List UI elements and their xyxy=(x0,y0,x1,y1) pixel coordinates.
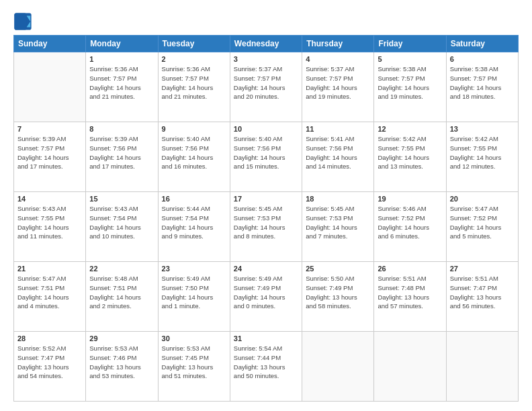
day-header-thursday: Thursday xyxy=(302,36,374,52)
calendar-week-4: 21Sunrise: 5:47 AMSunset: 7:51 PMDayligh… xyxy=(14,262,519,332)
day-info: Sunrise: 5:45 AMSunset: 7:53 PMDaylight:… xyxy=(306,204,370,241)
day-info: Sunrise: 5:44 AMSunset: 7:54 PMDaylight:… xyxy=(162,204,226,241)
day-info: Sunrise: 5:38 AMSunset: 7:57 PMDaylight:… xyxy=(450,64,515,101)
day-number: 17 xyxy=(234,195,298,203)
page: SundayMondayTuesdayWednesdayThursdayFrid… xyxy=(0,0,532,411)
day-info: Sunrise: 5:47 AMSunset: 7:52 PMDaylight:… xyxy=(450,204,515,241)
day-header-saturday: Saturday xyxy=(446,36,518,52)
day-number: 6 xyxy=(450,55,515,63)
day-info: Sunrise: 5:48 AMSunset: 7:51 PMDaylight:… xyxy=(89,274,154,311)
calendar-cell: 10Sunrise: 5:40 AMSunset: 7:56 PMDayligh… xyxy=(230,122,302,192)
day-number: 11 xyxy=(306,125,370,133)
calendar-cell: 1Sunrise: 5:36 AMSunset: 7:57 PMDaylight… xyxy=(86,52,158,122)
calendar-cell xyxy=(14,52,86,122)
day-info: Sunrise: 5:49 AMSunset: 7:49 PMDaylight:… xyxy=(234,274,298,311)
calendar-cell: 16Sunrise: 5:44 AMSunset: 7:54 PMDayligh… xyxy=(158,192,230,262)
day-number: 21 xyxy=(17,265,82,273)
calendar-cell: 5Sunrise: 5:38 AMSunset: 7:57 PMDaylight… xyxy=(374,52,446,122)
day-info: Sunrise: 5:54 AMSunset: 7:44 PMDaylight:… xyxy=(234,344,298,381)
day-info: Sunrise: 5:51 AMSunset: 7:47 PMDaylight:… xyxy=(450,274,515,311)
calendar-cell: 17Sunrise: 5:45 AMSunset: 7:53 PMDayligh… xyxy=(230,192,302,262)
calendar: SundayMondayTuesdayWednesdayThursdayFrid… xyxy=(13,35,519,402)
day-number: 25 xyxy=(306,265,370,273)
day-info: Sunrise: 5:41 AMSunset: 7:56 PMDaylight:… xyxy=(306,134,370,171)
calendar-week-3: 14Sunrise: 5:43 AMSunset: 7:55 PMDayligh… xyxy=(14,192,519,262)
day-info: Sunrise: 5:47 AMSunset: 7:51 PMDaylight:… xyxy=(17,274,82,311)
day-header-sunday: Sunday xyxy=(14,36,86,52)
calendar-cell xyxy=(446,332,518,402)
day-number: 4 xyxy=(306,55,370,63)
calendar-cell: 2Sunrise: 5:36 AMSunset: 7:57 PMDaylight… xyxy=(158,52,230,122)
calendar-cell: 6Sunrise: 5:38 AMSunset: 7:57 PMDaylight… xyxy=(446,52,518,122)
calendar-cell xyxy=(302,332,374,402)
day-number: 29 xyxy=(89,334,154,342)
calendar-cell: 25Sunrise: 5:50 AMSunset: 7:49 PMDayligh… xyxy=(302,262,374,332)
day-info: Sunrise: 5:53 AMSunset: 7:46 PMDaylight:… xyxy=(89,344,154,381)
day-number: 1 xyxy=(89,55,154,63)
calendar-cell: 18Sunrise: 5:45 AMSunset: 7:53 PMDayligh… xyxy=(302,192,374,262)
calendar-cell: 26Sunrise: 5:51 AMSunset: 7:48 PMDayligh… xyxy=(374,262,446,332)
day-info: Sunrise: 5:39 AMSunset: 7:57 PMDaylight:… xyxy=(17,134,82,171)
day-info: Sunrise: 5:53 AMSunset: 7:45 PMDaylight:… xyxy=(162,344,226,381)
calendar-cell: 20Sunrise: 5:47 AMSunset: 7:52 PMDayligh… xyxy=(446,192,518,262)
day-info: Sunrise: 5:40 AMSunset: 7:56 PMDaylight:… xyxy=(234,134,298,171)
day-number: 22 xyxy=(89,265,154,273)
calendar-cell: 15Sunrise: 5:43 AMSunset: 7:54 PMDayligh… xyxy=(86,192,158,262)
day-info: Sunrise: 5:42 AMSunset: 7:55 PMDaylight:… xyxy=(450,134,515,171)
day-info: Sunrise: 5:39 AMSunset: 7:56 PMDaylight:… xyxy=(89,134,154,171)
day-info: Sunrise: 5:40 AMSunset: 7:56 PMDaylight:… xyxy=(162,134,226,171)
day-number: 24 xyxy=(234,265,298,273)
calendar-cell: 21Sunrise: 5:47 AMSunset: 7:51 PMDayligh… xyxy=(14,262,86,332)
calendar-cell: 8Sunrise: 5:39 AMSunset: 7:56 PMDaylight… xyxy=(86,122,158,192)
calendar-cell: 23Sunrise: 5:49 AMSunset: 7:50 PMDayligh… xyxy=(158,262,230,332)
calendar-week-5: 28Sunrise: 5:52 AMSunset: 7:47 PMDayligh… xyxy=(14,332,519,402)
day-info: Sunrise: 5:43 AMSunset: 7:55 PMDaylight:… xyxy=(17,204,82,241)
day-info: Sunrise: 5:36 AMSunset: 7:57 PMDaylight:… xyxy=(162,64,226,101)
day-info: Sunrise: 5:42 AMSunset: 7:55 PMDaylight:… xyxy=(378,134,442,171)
day-number: 3 xyxy=(234,55,298,63)
calendar-header-row: SundayMondayTuesdayWednesdayThursdayFrid… xyxy=(14,36,519,52)
calendar-cell: 30Sunrise: 5:53 AMSunset: 7:45 PMDayligh… xyxy=(158,332,230,402)
day-info: Sunrise: 5:37 AMSunset: 7:57 PMDaylight:… xyxy=(306,64,370,101)
calendar-cell: 28Sunrise: 5:52 AMSunset: 7:47 PMDayligh… xyxy=(14,332,86,402)
day-header-monday: Monday xyxy=(86,36,158,52)
day-number: 30 xyxy=(162,334,226,342)
svg-rect-2 xyxy=(14,13,26,30)
logo-icon xyxy=(13,12,32,31)
day-number: 26 xyxy=(378,265,442,273)
day-number: 23 xyxy=(162,265,226,273)
day-number: 27 xyxy=(450,265,515,273)
day-number: 28 xyxy=(17,334,82,342)
header xyxy=(13,12,519,31)
day-info: Sunrise: 5:36 AMSunset: 7:57 PMDaylight:… xyxy=(89,64,154,101)
day-number: 7 xyxy=(17,125,82,133)
calendar-cell xyxy=(374,332,446,402)
calendar-cell: 11Sunrise: 5:41 AMSunset: 7:56 PMDayligh… xyxy=(302,122,374,192)
day-info: Sunrise: 5:52 AMSunset: 7:47 PMDaylight:… xyxy=(17,344,82,381)
day-number: 19 xyxy=(378,195,442,203)
day-info: Sunrise: 5:43 AMSunset: 7:54 PMDaylight:… xyxy=(89,204,154,241)
day-header-wednesday: Wednesday xyxy=(230,36,302,52)
day-info: Sunrise: 5:49 AMSunset: 7:50 PMDaylight:… xyxy=(162,274,226,311)
day-info: Sunrise: 5:38 AMSunset: 7:57 PMDaylight:… xyxy=(378,64,442,101)
calendar-cell: 3Sunrise: 5:37 AMSunset: 7:57 PMDaylight… xyxy=(230,52,302,122)
calendar-cell: 4Sunrise: 5:37 AMSunset: 7:57 PMDaylight… xyxy=(302,52,374,122)
day-number: 12 xyxy=(378,125,442,133)
day-number: 9 xyxy=(162,125,226,133)
day-number: 5 xyxy=(378,55,442,63)
calendar-cell: 12Sunrise: 5:42 AMSunset: 7:55 PMDayligh… xyxy=(374,122,446,192)
calendar-cell: 27Sunrise: 5:51 AMSunset: 7:47 PMDayligh… xyxy=(446,262,518,332)
day-number: 8 xyxy=(89,125,154,133)
calendar-cell: 14Sunrise: 5:43 AMSunset: 7:55 PMDayligh… xyxy=(14,192,86,262)
logo xyxy=(13,12,35,31)
day-number: 31 xyxy=(234,334,298,342)
calendar-cell: 7Sunrise: 5:39 AMSunset: 7:57 PMDaylight… xyxy=(14,122,86,192)
day-info: Sunrise: 5:46 AMSunset: 7:52 PMDaylight:… xyxy=(378,204,442,241)
day-info: Sunrise: 5:50 AMSunset: 7:49 PMDaylight:… xyxy=(306,274,370,311)
day-number: 13 xyxy=(450,125,515,133)
day-number: 18 xyxy=(306,195,370,203)
day-header-friday: Friday xyxy=(374,36,446,52)
day-number: 2 xyxy=(162,55,226,63)
calendar-week-1: 1Sunrise: 5:36 AMSunset: 7:57 PMDaylight… xyxy=(14,52,519,122)
day-number: 10 xyxy=(234,125,298,133)
